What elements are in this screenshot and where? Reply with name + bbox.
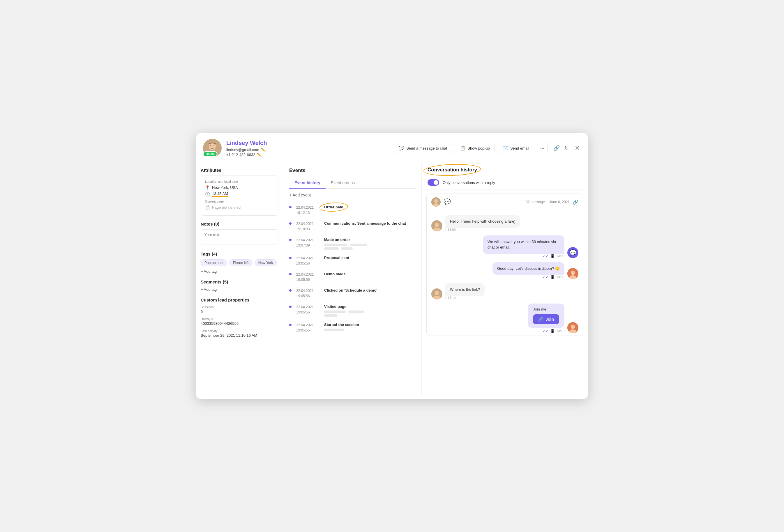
notes-input[interactable]	[201, 229, 278, 244]
event-dot	[289, 324, 291, 326]
event-content: Made an order	[324, 237, 416, 250]
conversation-panel: Conversation history Only conversations …	[422, 162, 588, 395]
refresh-icon[interactable]: ↻	[564, 145, 569, 151]
time-row: 🕐 13:45 AM	[205, 191, 274, 197]
event-skeleton	[324, 329, 416, 331]
event-item: 22.04.202119:05:56 Demo made	[283, 269, 421, 285]
location-label: Location and local time	[205, 180, 274, 183]
checkmark-icon: ✓✓	[542, 254, 549, 258]
event-time: 22.04.202119:05:56	[296, 256, 319, 266]
message-bubble: We will answer you within 30 minutes via…	[483, 235, 564, 254]
message-row: We will answer you within 30 minutes via…	[431, 235, 579, 258]
svg-point-12	[571, 271, 575, 275]
custom-props-title: Custom lead properties	[201, 297, 278, 302]
source-icon: f	[445, 296, 446, 299]
user-avatar	[431, 220, 442, 231]
event-item: 22.04.202119:05:56 Visited page	[283, 301, 421, 320]
prop-dashly-id: Dashly ID 400335980944426556	[201, 317, 278, 326]
clock-icon: 🕐	[205, 192, 210, 197]
message-meta: ✓✓ 📱 13:10	[542, 329, 564, 333]
svg-point-3	[210, 146, 211, 146]
agent-avatar	[567, 268, 579, 279]
conv-avatar	[431, 197, 441, 207]
send-email-button[interactable]: ✉️ Send email	[498, 143, 534, 153]
conv-card-header: 💬 32 messages · June 6, 2021 🔗	[427, 194, 583, 210]
event-dot	[289, 223, 291, 225]
events-header: Events Event history Event groups	[283, 162, 421, 188]
message-time: 13:09	[556, 254, 564, 258]
prop-last-activity: Last activity September 29, 2021 11:10:1…	[201, 329, 278, 337]
add-tag-button[interactable]: + Add tag	[201, 269, 217, 273]
conv-link-icon[interactable]: 🔗	[572, 199, 579, 205]
event-time: 22.04.202119:05:56	[296, 322, 319, 333]
tags-list: Pop-up sent Phone left New York	[201, 259, 278, 266]
user-avatar	[431, 288, 442, 299]
event-content: Visited page	[324, 304, 416, 317]
event-item: 22.04.202119:05:56 Started the session	[283, 320, 421, 336]
link-icon[interactable]: 🔗	[553, 145, 560, 151]
event-item: 22.04.202119:10:03 Communications: Sent …	[283, 218, 421, 235]
event-item: 22.04.202119:05:56 Clicked on 'Schedule …	[283, 285, 421, 301]
edit-email-icon[interactable]: ✏️	[261, 148, 265, 152]
messages-area: Hello. I need help with choosing a fare)…	[427, 210, 583, 335]
notes-section: Notes (0)	[201, 221, 278, 246]
more-actions-button[interactable]: ···	[537, 143, 548, 153]
events-panel: Events Event history Event groups + Add …	[283, 162, 422, 395]
checkmark-icon: ✓✓	[542, 329, 549, 333]
location-icon: 📍	[205, 185, 210, 190]
tab-event-history[interactable]: Event history	[289, 178, 326, 188]
show-popup-button[interactable]: 📋 Show pop-up	[455, 143, 495, 153]
message-time: 13:09	[448, 228, 456, 231]
svg-point-9	[435, 223, 439, 227]
events-title: Events	[289, 168, 416, 173]
add-segment-button[interactable]: + Add tag	[201, 287, 217, 292]
edit-phone-icon[interactable]: ✏️	[257, 152, 261, 156]
add-event-button[interactable]: + Add event	[283, 188, 316, 200]
event-time: 22.04.202119:07:09	[296, 237, 319, 250]
message-time: 13:09	[556, 275, 564, 279]
prop-sessions: Sessions 5	[201, 305, 278, 314]
tag-item: Pop-up sent	[201, 259, 227, 266]
phone-icon: 📱	[550, 254, 555, 258]
phone-icon: 📱	[550, 329, 555, 333]
user-name: Lindsey Welch	[226, 140, 394, 146]
attributes-section: Attributes Location and local time 📍 New…	[201, 168, 278, 216]
message-meta: ✓✓ 📱 13:09	[542, 275, 564, 279]
event-item: 22.04.202119:05:56 Proposal sent	[283, 253, 421, 269]
source-icon: f	[445, 228, 446, 231]
header-util-icons: 🔗 ↻	[553, 145, 569, 151]
event-dot	[289, 239, 291, 241]
bot-avatar: 💬	[567, 247, 579, 258]
event-time: 22.04.202119:05:56	[296, 272, 319, 282]
event-dot	[289, 305, 291, 308]
conversation-history-title: Conversation history	[427, 167, 477, 173]
segments-section: Segments (5) + Add tag	[201, 279, 278, 292]
notes-title: Notes (0)	[201, 221, 278, 227]
join-button[interactable]: 🔗 Join	[533, 314, 559, 324]
conv-chat-icon: 💬	[444, 198, 451, 206]
send-message-button[interactable]: 💬 Send a message to chat	[394, 143, 452, 153]
local-time: 13:45 AM	[212, 191, 228, 197]
events-list: 22.04.202119:12:13 Order paid 22.04.2021…	[283, 200, 421, 338]
user-email: lindsey@gmail.com ✏️	[226, 148, 394, 152]
svg-point-6	[434, 199, 438, 203]
conv-card-header-left: 💬	[431, 197, 451, 207]
message-time: 13:10	[448, 296, 456, 299]
user-info: Lindsey Welch lindsey@gmail.com ✏️ +1 21…	[226, 140, 394, 157]
conv-title-wrap: Conversation history	[427, 167, 477, 173]
tags-title: Tags (4)	[201, 252, 278, 257]
conversation-header: Conversation history	[422, 162, 588, 176]
page-icon: 📄	[205, 205, 210, 210]
event-name-highlighted: Order paid	[324, 205, 343, 209]
agent-avatar	[567, 322, 579, 333]
current-page-row: 📄 Page not defined	[205, 205, 274, 210]
event-content: Started the session	[324, 322, 416, 333]
conversations-toggle[interactable]	[427, 179, 439, 186]
conversation-card: 💬 32 messages · June 6, 2021 🔗	[426, 194, 583, 336]
message-bubble: Hello. I need help with choosing a fare)	[445, 215, 520, 228]
attributes-title: Attributes	[201, 168, 278, 173]
attributes-card: Location and local time 📍 New York, USA …	[201, 176, 278, 216]
tab-event-groups[interactable]: Event groups	[326, 178, 360, 188]
join-icon: 🔗	[538, 317, 543, 322]
close-button[interactable]: ✕	[575, 145, 580, 151]
